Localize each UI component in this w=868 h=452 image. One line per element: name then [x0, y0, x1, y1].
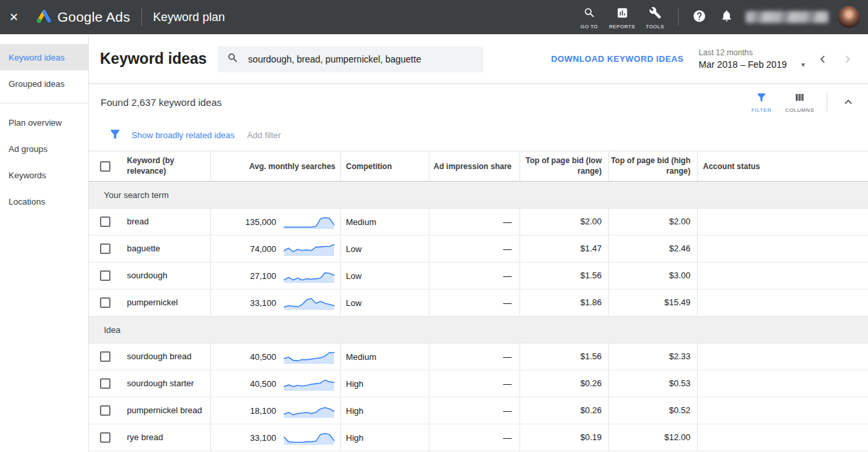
column-header-bid-low[interactable]: Top of page bid (low range) — [519, 151, 608, 181]
bid-high-cell: $3.00 — [608, 263, 697, 289]
row-checkbox[interactable] — [100, 297, 110, 308]
searches-value: 135,000 — [245, 217, 276, 227]
row-checkbox-cell — [89, 263, 122, 289]
help-icon — [692, 9, 706, 26]
previous-period-button[interactable] — [815, 52, 830, 66]
ad-impression-share-cell: — — [429, 263, 519, 289]
sidebar: Keyword ideas Grouped ideas Plan overvie… — [0, 34, 89, 452]
column-header-searches[interactable]: Avg. monthly searches — [210, 151, 340, 181]
bar-chart-icon — [616, 7, 629, 22]
download-keyword-ideas-link[interactable]: DOWNLOAD KEYWORD IDEAS — [551, 54, 684, 64]
searches-value: 40,500 — [250, 379, 276, 389]
bid-low-cell: $1.86 — [519, 289, 608, 316]
collapse-panel-button[interactable] — [835, 89, 861, 115]
account-status-cell — [697, 289, 868, 316]
column-header-ad-impression-share[interactable]: Ad impression share — [429, 151, 519, 181]
column-header-account-status[interactable]: Account status — [697, 151, 868, 181]
search-icon — [227, 52, 239, 66]
bid-low-cell: $1.56 — [519, 263, 608, 289]
row-checkbox-cell — [89, 397, 122, 424]
help-button[interactable] — [685, 3, 713, 31]
date-range-value: Mar 2018 – Feb 2019 — [699, 59, 787, 70]
table-body: Your search termbread135,000Medium—$2.00… — [89, 182, 868, 451]
filter-button[interactable]: FILTER — [742, 91, 781, 113]
column-header-bid-high[interactable]: Top of page bid (high range) — [608, 151, 697, 181]
sidebar-divider — [0, 103, 88, 103]
row-checkbox-cell — [89, 236, 122, 262]
competition-cell: Medium — [340, 209, 429, 235]
row-checkbox[interactable] — [100, 405, 110, 416]
select-all-checkbox[interactable] — [100, 161, 110, 172]
avatar[interactable] — [838, 6, 860, 28]
account-status-cell — [697, 263, 868, 289]
sidebar-item-locations[interactable]: Locations — [0, 188, 88, 214]
sidebar-item-ad-groups[interactable]: Ad groups — [0, 136, 88, 162]
goto-button[interactable]: GO TO — [573, 5, 606, 30]
reports-button[interactable]: REPORTS — [606, 5, 639, 30]
goto-label: GO TO — [581, 24, 598, 30]
keyword-cell: bread — [122, 209, 210, 235]
columns-button[interactable]: COLUMNS — [781, 91, 819, 113]
row-checkbox-cell — [89, 289, 122, 316]
sidebar-item-plan-overview[interactable]: Plan overview — [0, 109, 88, 136]
column-header-keyword[interactable]: Keyword (by relevance) — [122, 151, 210, 181]
competition-cell: Medium — [340, 343, 429, 370]
bid-low-cell: $2.00 — [519, 209, 608, 235]
topbar: ✕ Google Ads Keyword plan GO TO REPORTS — [0, 0, 868, 34]
row-checkbox[interactable] — [100, 216, 110, 227]
funnel-icon — [108, 128, 122, 143]
row-checkbox[interactable] — [100, 378, 110, 389]
trend-sparkline — [283, 375, 335, 392]
sidebar-item-keywords[interactable]: Keywords — [0, 162, 88, 188]
ad-impression-share-cell: — — [429, 397, 519, 424]
topbar-divider — [141, 9, 142, 26]
account-status-cell — [697, 343, 868, 370]
trend-sparkline — [283, 267, 335, 284]
row-checkbox[interactable] — [100, 243, 110, 254]
searches-cell: 40,500 — [210, 370, 340, 397]
searches-value: 27,100 — [250, 271, 276, 281]
account-status-cell — [697, 209, 868, 235]
searches-value: 74,000 — [250, 244, 276, 254]
select-all-cell — [89, 151, 122, 181]
notifications-button[interactable] — [713, 3, 740, 31]
add-filter-button[interactable]: Add filter — [247, 130, 281, 140]
wrench-icon — [649, 7, 662, 22]
competition-cell: Low — [340, 263, 429, 289]
searches-cell: 33,100 — [210, 424, 340, 451]
reports-label: REPORTS — [609, 24, 635, 30]
sidebar-item-keyword-ideas[interactable]: Keyword ideas — [0, 44, 88, 70]
close-icon[interactable]: ✕ — [0, 11, 28, 24]
searches-cell: 135,000 — [210, 209, 340, 235]
bid-low-cell: $1.47 — [519, 236, 608, 262]
column-header-competition[interactable]: Competition — [340, 151, 429, 181]
row-checkbox[interactable] — [100, 270, 110, 281]
date-range-selector[interactable]: Last 12 months Mar 2018 – Feb 2019 ▾ — [699, 48, 805, 70]
bid-high-cell: $2.00 — [608, 209, 697, 235]
search-icon — [583, 7, 596, 22]
filter-bar: Show broadly related ideas Add filter — [89, 120, 868, 151]
trend-sparkline — [283, 402, 335, 419]
ad-impression-share-cell: — — [429, 289, 519, 316]
trend-sparkline — [283, 429, 335, 446]
bid-low-cell: $0.26 — [519, 397, 608, 424]
competition-cell: High — [340, 397, 429, 424]
ad-impression-share-cell: — — [429, 209, 519, 235]
keyword-search-input[interactable] — [247, 53, 474, 65]
section-title: Keyword ideas — [100, 50, 206, 68]
searches-value: 40,500 — [250, 352, 276, 362]
next-period-button[interactable] — [840, 52, 855, 66]
row-checkbox[interactable] — [100, 432, 110, 443]
filter-label: FILTER — [752, 107, 772, 113]
show-broadly-related-link[interactable]: Show broadly related ideas — [132, 130, 235, 140]
row-checkbox[interactable] — [100, 351, 110, 362]
competition-cell: Low — [340, 289, 429, 316]
topbar-divider — [678, 9, 679, 26]
page-title: Keyword plan — [153, 11, 225, 24]
competition-cell: High — [340, 370, 429, 397]
tools-button[interactable]: TOOLS — [639, 5, 671, 30]
account-status-cell — [697, 424, 868, 451]
bid-high-cell: $2.33 — [608, 343, 697, 370]
bid-high-cell: $0.52 — [608, 397, 697, 424]
sidebar-item-grouped-ideas[interactable]: Grouped ideas — [0, 70, 88, 97]
